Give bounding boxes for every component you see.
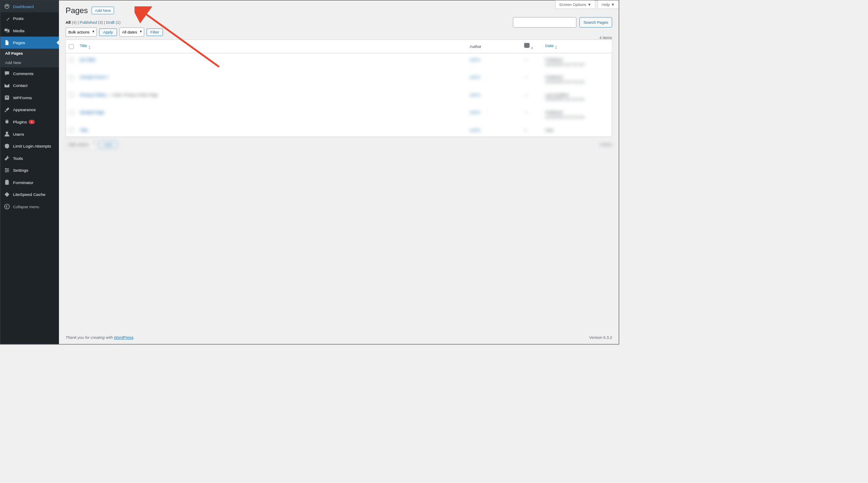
apply-button-bottom[interactable]: Apply xyxy=(99,141,117,148)
menu-plugins[interactable]: Plugins 1 xyxy=(0,116,59,128)
wordpress-link[interactable]: WordPress xyxy=(114,335,134,340)
svg-point-6 xyxy=(6,171,7,173)
dates-select[interactable]: All dates xyxy=(119,28,144,36)
menu-label: Dashboard xyxy=(13,4,34,8)
admin-footer: Thank you for creating with WordPress. V… xyxy=(59,331,619,344)
row-checkbox[interactable] xyxy=(69,92,74,97)
sort-icon: ▲▼ xyxy=(88,46,91,50)
menu-label: Comments xyxy=(13,71,33,76)
comments-icon xyxy=(4,70,10,76)
submenu-all-pages[interactable]: All Pages xyxy=(0,49,59,58)
brush-icon xyxy=(4,107,10,113)
svg-rect-8 xyxy=(6,180,8,181)
dashboard-icon xyxy=(4,3,10,9)
select-all-header xyxy=(66,40,77,53)
footer-thanks-post: . xyxy=(134,335,135,340)
col-title[interactable]: Title▲▼ xyxy=(77,40,467,53)
litespeed-icon xyxy=(4,191,10,197)
row-title-link[interactable]: Title xyxy=(80,128,88,132)
table-row: Privacy Policy — Draft, Privacy Policy P… xyxy=(66,88,612,106)
wpforms-icon xyxy=(4,95,10,101)
shield-icon xyxy=(4,143,10,149)
select-all-checkbox[interactable] xyxy=(69,44,74,49)
menu-label: Tools xyxy=(13,156,23,160)
menu-media[interactable]: Media xyxy=(0,25,59,37)
menu-settings[interactable]: Settings xyxy=(0,164,59,176)
filter-button[interactable]: Filter xyxy=(147,28,163,36)
bulk-actions-select[interactable]: Bulk actions xyxy=(66,28,97,36)
menu-label: Pages xyxy=(13,40,25,45)
menu-tools[interactable]: Tools xyxy=(0,152,59,165)
row-checkbox[interactable] xyxy=(69,58,74,62)
svg-point-5 xyxy=(7,170,8,171)
pin-icon xyxy=(4,15,10,21)
submenu-add-new[interactable]: Add New xyxy=(0,58,59,67)
row-author-link[interactable]: admin xyxy=(470,110,480,115)
col-comments[interactable]: ▲▼ xyxy=(521,40,542,53)
filter-all[interactable]: All (4) xyxy=(66,20,77,25)
row-checkbox[interactable] xyxy=(69,110,74,115)
filter-draft[interactable]: Draft (1) xyxy=(106,20,120,25)
svg-rect-2 xyxy=(6,98,8,98)
apply-button[interactable]: Apply xyxy=(99,28,117,36)
collapse-icon xyxy=(4,204,10,209)
pages-icon xyxy=(4,39,10,45)
row-author-link[interactable]: admin xyxy=(470,92,480,97)
table-row: Contact Form 7admin—Published2023/08/24 … xyxy=(66,71,612,88)
table-row: Sample Pageadmin—Published2023/08/24 at … xyxy=(66,106,612,123)
menu-label: Contact xyxy=(13,83,28,88)
filter-published[interactable]: Published (3) xyxy=(80,20,103,25)
comment-icon xyxy=(524,43,530,47)
menu-label: Settings xyxy=(13,168,28,173)
bulk-actions-select-bottom[interactable]: Bulk actions xyxy=(66,140,97,149)
menu-label: WPForms xyxy=(13,95,32,100)
menu-label: Users xyxy=(13,131,24,136)
row-author-link[interactable]: admin xyxy=(470,75,480,80)
footer-thanks-pre: Thank you for creating with xyxy=(66,335,114,340)
collapse-menu[interactable]: Collapse menu xyxy=(0,201,59,213)
sliders-icon xyxy=(4,167,10,173)
col-date[interactable]: Date▲▼ xyxy=(542,40,612,53)
table-row: Titleauthor1Date xyxy=(66,123,612,137)
menu-comments[interactable]: Comments xyxy=(0,67,59,80)
row-author-link[interactable]: author xyxy=(470,128,481,132)
admin-sidebar: Dashboard Posts Media Pages All Pages Ad… xyxy=(0,0,59,344)
menu-wpforms[interactable]: WPForms xyxy=(0,92,59,104)
menu-appearance[interactable]: Appearance xyxy=(0,104,59,116)
row-title-link[interactable]: Sample Page xyxy=(80,110,104,115)
pages-table: Title▲▼ Author ▲▼ Date▲▼ (no title)admin… xyxy=(66,39,612,137)
envelope-icon xyxy=(4,83,10,89)
svg-rect-7 xyxy=(5,180,9,185)
row-title-link[interactable]: Contact Form 7 xyxy=(80,75,108,80)
menu-label: Forminator xyxy=(13,180,33,184)
items-count-bottom: 4 items xyxy=(599,142,612,147)
menu-forminator[interactable]: Forminator xyxy=(0,176,59,189)
menu-label: LiteSpeed Cache xyxy=(13,192,46,197)
add-new-button[interactable]: Add New xyxy=(92,7,114,14)
items-count: 4 items xyxy=(599,35,612,40)
version-label: Version 6.3.2 xyxy=(589,335,612,340)
wrench-icon xyxy=(4,155,10,161)
row-author-link[interactable]: admin xyxy=(470,58,480,62)
svg-point-9 xyxy=(5,204,9,209)
table-row: (no title)admin—Published2023/08/24 at 9… xyxy=(66,53,612,71)
row-checkbox[interactable] xyxy=(69,75,74,80)
menu-label: Limit Login Attempts xyxy=(13,143,51,148)
search-pages-button[interactable]: Search Pages xyxy=(579,17,612,28)
row-title-link[interactable]: (no title) xyxy=(80,58,95,62)
search-input[interactable] xyxy=(513,17,577,28)
svg-point-3 xyxy=(6,131,8,134)
clipboard-icon xyxy=(4,179,10,185)
menu-label: Appearance xyxy=(13,107,36,112)
row-checkbox[interactable] xyxy=(69,128,74,132)
menu-users[interactable]: Users xyxy=(0,128,59,140)
sort-icon: ▲▼ xyxy=(555,46,557,50)
row-title-link[interactable]: Privacy Policy xyxy=(80,92,106,97)
menu-litespeed[interactable]: LiteSpeed Cache xyxy=(0,188,59,201)
menu-posts[interactable]: Posts xyxy=(0,12,59,25)
menu-contact[interactable]: Contact xyxy=(0,80,59,92)
menu-pages[interactable]: Pages xyxy=(0,36,59,49)
menu-dashboard[interactable]: Dashboard xyxy=(0,0,59,13)
menu-limit-login[interactable]: Limit Login Attempts xyxy=(0,140,59,152)
menu-label: Plugins xyxy=(13,120,27,124)
